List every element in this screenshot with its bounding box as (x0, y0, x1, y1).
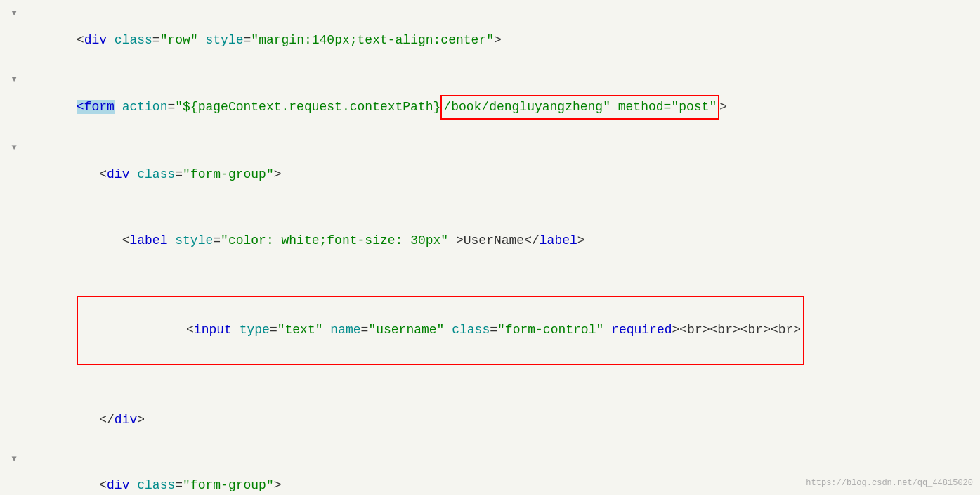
watermark: https://blog.csdn.net/qq_44815020 (806, 478, 973, 488)
token: class (137, 167, 175, 181)
token (603, 323, 611, 337)
form-tag: <form (77, 100, 115, 114)
token: > (577, 233, 585, 248)
fold-icon-1[interactable]: ▼ (8, 8, 20, 19)
fold-icon-7[interactable]: ▼ (8, 454, 20, 465)
token: label (540, 233, 577, 248)
token: = (490, 323, 497, 337)
token: div (107, 167, 129, 181)
token: style (175, 233, 213, 248)
token: = (361, 323, 369, 337)
fold-icon-3[interactable]: ▼ (8, 143, 20, 154)
fold-gutter-7[interactable]: ▼ (0, 454, 28, 465)
token (198, 33, 206, 47)
code-line-7: ▼ <div class="form-group"> (0, 453, 980, 495)
token: < (99, 478, 107, 492)
token: > (719, 100, 727, 114)
line-content-1: <div class="row" style="margin:140px;tex… (28, 8, 980, 72)
input-username-box: <input type="text" name="username" class… (77, 296, 804, 365)
token: type (240, 323, 270, 337)
token (232, 323, 240, 337)
token: "form-group" (183, 478, 274, 492)
token: div (84, 33, 107, 47)
fold-gutter-3[interactable]: ▼ (0, 143, 28, 154)
token: div (107, 478, 129, 492)
token: < (77, 33, 84, 47)
token (444, 323, 452, 337)
token-input: input (194, 323, 232, 337)
line-content-2: <form action="${pageContext.request.cont… (28, 74, 980, 141)
token: "${pageContext.request.contextPath} (175, 100, 440, 114)
token: > (274, 478, 282, 492)
token-action-path: /book/dengluyangzheng" method="post" (440, 95, 719, 120)
token (107, 33, 115, 47)
token: </ (99, 413, 115, 427)
token: "row" (160, 33, 198, 47)
token: >UserName</ (448, 233, 540, 248)
token: "margin:140px;text-align:center" (251, 33, 494, 47)
line-content-4: <label style="color: white;font-size: 30… (28, 208, 980, 273)
code-line-5: <input type="text" name="username" class… (0, 274, 980, 387)
token: < (186, 323, 194, 337)
token: < (122, 233, 130, 248)
code-line-3: ▼ <div class="form-group"> (0, 142, 980, 208)
fold-icon-2[interactable]: ▼ (8, 74, 20, 85)
token: = (270, 323, 277, 337)
token: class (452, 323, 490, 337)
token: name (330, 323, 360, 337)
token: > (494, 33, 502, 47)
token: = (175, 478, 183, 492)
token: required (611, 323, 672, 337)
token: = (167, 100, 175, 114)
code-line-6: </div> (0, 387, 980, 453)
token: style (206, 33, 244, 47)
code-line-1: ▼ <div class="row" style="margin:140px;t… (0, 7, 980, 73)
token (129, 167, 137, 181)
fold-gutter-2[interactable]: ▼ (0, 74, 28, 85)
token: ><br><br><br><br> (672, 323, 802, 337)
line-content-3: <div class="form-group"> (28, 143, 980, 207)
line-content-7: <div class="form-group"> (28, 454, 980, 495)
token-action: action (122, 100, 168, 114)
token: "form-group" (183, 167, 274, 181)
token: = (244, 33, 251, 47)
token-type-text: "text" (277, 323, 323, 337)
token (115, 100, 122, 114)
token-username: "username" (368, 323, 444, 337)
fold-gutter-1[interactable]: ▼ (0, 8, 28, 19)
token: "form-control" (497, 323, 603, 337)
token: label (129, 233, 167, 248)
token: div (115, 413, 137, 427)
code-editor: ▼ <div class="row" style="margin:140px;t… (0, 0, 980, 495)
token: = (175, 167, 183, 181)
token: class (115, 33, 152, 47)
token: > (137, 413, 145, 427)
token: < (99, 167, 107, 181)
token (129, 478, 137, 492)
token: class (137, 478, 175, 492)
token (323, 323, 331, 337)
token: = (213, 233, 221, 248)
line-content-5: <input type="text" name="username" class… (28, 274, 980, 386)
token (167, 233, 175, 248)
token: = (152, 33, 160, 47)
line-content-6: </div> (28, 387, 980, 452)
token: > (274, 167, 282, 181)
code-line-4: <label style="color: white;font-size: 30… (0, 207, 980, 274)
code-line-2: ▼ <form action="${pageContext.request.co… (0, 73, 980, 142)
token: "color: white;font-size: 30px" (221, 233, 448, 248)
